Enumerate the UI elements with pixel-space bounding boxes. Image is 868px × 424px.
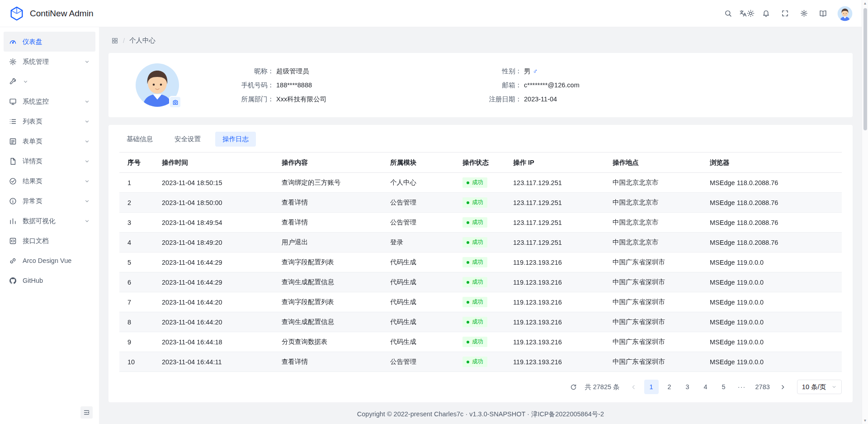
chevron-down-icon xyxy=(831,384,837,390)
tab-0[interactable]: 基础信息 xyxy=(119,132,160,147)
status-badge: 成功 xyxy=(462,357,487,367)
settings-icon xyxy=(800,10,808,17)
table-cell: 公告管理 xyxy=(388,193,461,213)
profile-field-value: 188****8888 xyxy=(276,81,312,90)
profile-field-label: 性别： xyxy=(471,67,522,76)
table-cell: 2023-11-04 16:44:29 xyxy=(160,252,280,272)
theme-button[interactable] xyxy=(740,10,746,16)
settings-button[interactable] xyxy=(796,5,812,22)
sidebar-item-6[interactable]: 详情页 xyxy=(4,151,95,171)
sidebar-item-10[interactable]: 接口文档 xyxy=(4,231,95,251)
prev-page-button[interactable] xyxy=(627,380,641,394)
change-avatar-button[interactable] xyxy=(169,96,181,108)
table-row: 92023-11-04 16:44:18分页查询数据表代码生成成功119.123… xyxy=(119,332,842,352)
table-cell: 119.123.193.216 xyxy=(511,312,611,332)
table-cell: 119.123.193.216 xyxy=(511,352,611,372)
page-button-1[interactable]: 1 xyxy=(644,380,659,394)
table-cell: 代码生成 xyxy=(388,292,461,312)
table-cell: MSEdge 118.0.2088.76 xyxy=(708,193,842,213)
table-row: 22023-11-04 18:50:00查看详情公告管理成功123.117.12… xyxy=(119,193,842,213)
docs-button[interactable] xyxy=(815,5,831,22)
table-cell: 2023-11-04 16:44:20 xyxy=(160,312,280,332)
table-cell: 123.117.129.251 xyxy=(511,193,611,213)
table-cell: 119.123.193.216 xyxy=(511,332,611,352)
sidebar-collapse-button[interactable] xyxy=(80,406,93,419)
table-cell: MSEdge 118.0.2088.76 xyxy=(708,233,842,252)
notification-button[interactable] xyxy=(758,5,774,22)
profile-field-value: 2023-11-04 xyxy=(524,95,557,104)
table-cell: 119.123.193.216 xyxy=(511,252,611,272)
chevron-down-icon xyxy=(84,99,90,105)
table-cell: 9 xyxy=(119,332,160,352)
profile-field-value: c********@126.com xyxy=(524,81,580,90)
page-button-4[interactable]: 4 xyxy=(698,380,713,394)
sidebar-item-label: 列表页 xyxy=(23,117,78,126)
table-cell: 查询生成配置信息 xyxy=(280,272,388,292)
table-cell: 成功 xyxy=(461,193,511,213)
table-cell: 查看详情 xyxy=(280,352,388,372)
sidebar-item-5[interactable]: 表单页 xyxy=(4,131,95,151)
page-button-5[interactable]: 5 xyxy=(717,380,731,394)
status-badge: 成功 xyxy=(462,217,487,228)
table-cell: 登录 xyxy=(388,233,461,252)
table-cell: 查询字段配置列表 xyxy=(280,292,388,312)
sidebar-item-11[interactable]: Arco Design Vue xyxy=(4,251,95,271)
tab-2[interactable]: 操作日志 xyxy=(215,132,256,147)
info-circle-icon xyxy=(9,197,17,205)
sidebar-item-2[interactable]: 系统工具 xyxy=(4,71,95,91)
sidebar-item-label: Arco Design Vue xyxy=(23,257,90,264)
sidebar-item-9[interactable]: 数据可视化 xyxy=(4,211,95,231)
chevron-down-icon xyxy=(84,178,90,184)
sidebar-item-3[interactable]: 系统监控 xyxy=(4,91,95,111)
table-cell: 2023-11-04 18:50:15 xyxy=(160,173,280,193)
fullscreen-button[interactable] xyxy=(777,5,793,22)
page-ellipsis[interactable]: ··· xyxy=(735,380,749,394)
table-cell: 2023-11-04 16:44:29 xyxy=(160,272,280,292)
app-logo-link[interactable]: ContiNew Admin xyxy=(9,6,93,21)
sidebar-item-0[interactable]: 仪表盘 xyxy=(4,32,95,52)
profile-field-label: 所属部门： xyxy=(223,95,274,104)
user-avatar[interactable] xyxy=(837,6,853,21)
page-button-2[interactable]: 2 xyxy=(662,380,677,394)
operation-log-table: 序号操作时间操作内容所属模块操作状态操作 IP操作地点浏览器12023-11-0… xyxy=(119,152,842,372)
sidebar-item-8[interactable]: 异常页 xyxy=(4,191,95,211)
page-scrollbar: ▲ ▼ xyxy=(862,0,868,424)
translate-button[interactable] xyxy=(739,5,755,22)
status-dot-icon xyxy=(467,321,469,324)
next-page-button[interactable] xyxy=(776,380,790,394)
page-button-2783[interactable]: 2783 xyxy=(753,380,773,394)
table-cell: 中国广东省深圳市 xyxy=(611,352,708,372)
scrollbar-thumb[interactable] xyxy=(863,8,867,130)
profile-field-label: 邮箱： xyxy=(471,81,522,90)
page-size-value: 10 条/页 xyxy=(802,383,826,391)
scrollbar-up-arrow[interactable]: ▲ xyxy=(862,0,868,7)
sidebar-item-4[interactable]: 列表页 xyxy=(4,111,95,131)
status-dot-icon xyxy=(467,281,469,284)
sidebar-item-12[interactable]: GitHub xyxy=(4,271,95,291)
table-cell: 7 xyxy=(119,292,160,312)
status-badge: 成功 xyxy=(462,177,487,188)
profile-avatar-wrap xyxy=(135,62,180,108)
column-header: 操作内容 xyxy=(280,152,388,173)
sidebar-item-7[interactable]: 结果页 xyxy=(4,171,95,191)
table-cell: 中国广东省深圳市 xyxy=(611,272,708,292)
table-cell: 10 xyxy=(119,352,160,372)
tab-1[interactable]: 安全设置 xyxy=(167,132,208,147)
sidebar-item-1[interactable]: 系统管理 xyxy=(4,52,95,71)
table-cell: MSEdge 119.0.0.0 xyxy=(708,332,842,352)
sidebar-menu: 仪表盘系统管理系统工具系统监控列表页表单页详情页结果页异常页数据可视化接口文档A… xyxy=(0,32,99,291)
page-button-3[interactable]: 3 xyxy=(680,380,695,394)
table-cell: 中国广东省深圳市 xyxy=(611,312,708,332)
chevron-down-icon xyxy=(84,218,90,224)
sidebar-item-label: 数据可视化 xyxy=(23,217,78,225)
profile-field-value: 超级管理员 xyxy=(276,67,309,76)
status-dot-icon xyxy=(467,201,469,204)
status-dot-icon xyxy=(467,241,469,244)
chevron-down-icon xyxy=(23,79,28,85)
scrollbar-down-arrow[interactable]: ▼ xyxy=(862,417,868,424)
breadcrumb-home-icon[interactable] xyxy=(111,37,118,44)
table-row: 32023-11-04 18:49:54查看详情公告管理成功123.117.12… xyxy=(119,213,842,233)
search-button[interactable] xyxy=(720,5,736,22)
refresh-button[interactable] xyxy=(566,380,580,394)
page-size-select[interactable]: 10 条/页 xyxy=(797,380,842,394)
